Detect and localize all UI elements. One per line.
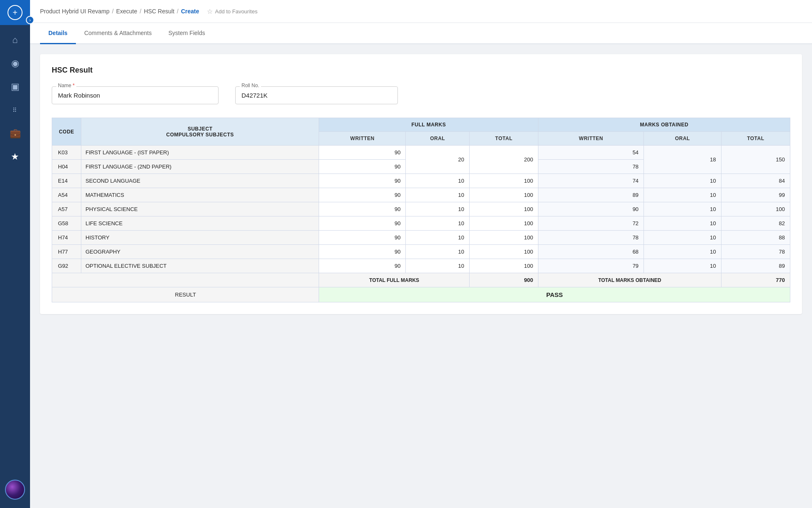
cell-code: G58	[52, 216, 81, 231]
sidebar-toggle[interactable]: ›	[26, 16, 34, 24]
sub-header-mo-total: TOTAL	[721, 132, 790, 146]
col-header-full-marks: FULL MARKS	[319, 118, 538, 132]
breadcrumb-sep-2: /	[140, 8, 141, 15]
name-field-group: Name * Mark Robinson	[52, 86, 219, 104]
cell-fm-total: 100	[469, 216, 538, 231]
cell-mo-oral: 10	[644, 259, 721, 273]
totals-row: TOTAL FULL MARKS 900 TOTAL MARKS OBTAINE…	[52, 273, 790, 287]
col-header-code: CODE	[52, 118, 81, 146]
cell-mo-written: 79	[538, 259, 644, 273]
cell-fm-oral: 10	[406, 216, 470, 231]
table-row: E14 SECOND LANGUAGE 90 10 100 74 10 84	[52, 174, 790, 188]
rollno-field-group: Roll No. D42721K	[235, 86, 398, 104]
cell-fm-total: 100	[469, 174, 538, 188]
sidebar: + › ⌂ ◉ ▣ ⠿ 💼 ★	[0, 0, 30, 508]
cell-mo-total: 82	[721, 216, 790, 231]
breadcrumb-item-1[interactable]: Product Hybrid UI Revamp	[40, 8, 110, 15]
cell-subject: GEOGRAPHY	[81, 245, 319, 259]
cell-mo-total: 84	[721, 174, 790, 188]
table-row: G92 OPTIONAL ELECTIVE SUBJECT 90 10 100 …	[52, 259, 790, 273]
star-icon: ☆	[207, 8, 213, 15]
cell-mo-oral: 10	[644, 174, 721, 188]
cell-code: H04	[52, 160, 81, 174]
main-card: HSC Result Name * Mark Robinson Roll No.…	[40, 54, 802, 314]
cell-mo-oral: 10	[644, 202, 721, 216]
tab-details[interactable]: Details	[40, 23, 76, 44]
sidebar-item-dashboard[interactable]: ◉	[0, 52, 30, 75]
monitor-icon: ▣	[11, 81, 20, 92]
col-header-subject: SUBJECT COMPULSORY SUBJECTS	[81, 118, 319, 146]
sidebar-item-briefcase[interactable]: 💼	[0, 122, 30, 145]
sidebar-item-grid[interactable]: ⠿	[0, 98, 30, 122]
cell-code: A57	[52, 202, 81, 216]
cell-mo-total: 78	[721, 245, 790, 259]
cell-mo-written: 72	[538, 216, 644, 231]
table-row: H74 HISTORY 90 10 100 78 10 88	[52, 231, 790, 245]
add-to-favourites-button[interactable]: ☆ Add to Favourites	[207, 8, 258, 15]
cell-fm-written: 90	[319, 160, 406, 174]
name-field[interactable]: Mark Robinson	[58, 90, 212, 101]
cell-fm-written: 90	[319, 146, 406, 160]
cell-code: H74	[52, 231, 81, 245]
cell-fm-total-merged: 200	[469, 146, 538, 174]
cell-mo-total: 100	[721, 202, 790, 216]
tab-bar: Details Comments & Attachments System Fi…	[30, 23, 812, 44]
cell-mo-written: 74	[538, 174, 644, 188]
cell-mo-written: 89	[538, 188, 644, 202]
table-row: K03 FIRST LANGUAGE - (IST PAPER) 90 20 2…	[52, 146, 790, 160]
total-full-marks-value: 900	[469, 273, 538, 287]
result-label: RESULT	[52, 287, 319, 302]
cell-fm-oral: 10	[406, 245, 470, 259]
section-title: HSC Result	[52, 66, 790, 75]
sidebar-item-monitor[interactable]: ▣	[0, 75, 30, 98]
form-fields: Name * Mark Robinson Roll No. D42721K	[52, 86, 790, 104]
cell-subject: FIRST LANGUAGE - (IST PAPER)	[81, 146, 319, 160]
tab-system-fields[interactable]: System Fields	[160, 23, 214, 44]
cell-fm-oral: 10	[406, 259, 470, 273]
cell-mo-oral: 10	[644, 231, 721, 245]
cell-code: E14	[52, 174, 81, 188]
avatar[interactable]	[5, 480, 25, 500]
result-row: RESULT PASS	[52, 287, 790, 302]
cell-mo-total-merged: 150	[721, 146, 790, 174]
cell-fm-total: 100	[469, 231, 538, 245]
cell-code: K03	[52, 146, 81, 160]
cell-fm-oral: 10	[406, 188, 470, 202]
name-required-indicator: *	[73, 83, 75, 88]
sub-header-mo-oral: ORAL	[644, 132, 721, 146]
cell-subject: LIFE SCIENCE	[81, 216, 319, 231]
table-row: G58 LIFE SCIENCE 90 10 100 72 10 82	[52, 216, 790, 231]
cell-subject: MATHEMATICS	[81, 188, 319, 202]
rollno-field[interactable]: D42721K	[241, 90, 392, 101]
rollno-label: Roll No.	[240, 83, 261, 88]
sub-header-mo-written: WRITTEN	[538, 132, 644, 146]
breadcrumb-sep-3: /	[177, 8, 178, 15]
content-area: HSC Result Name * Mark Robinson Roll No.…	[30, 44, 812, 508]
table-row: A54 MATHEMATICS 90 10 100 89 10 99	[52, 188, 790, 202]
total-full-marks-label: TOTAL FULL MARKS	[319, 273, 469, 287]
tab-comments[interactable]: Comments & Attachments	[76, 23, 160, 44]
sidebar-logo[interactable]: +	[0, 0, 30, 25]
header: Product Hybrid UI Revamp / Execute / HSC…	[30, 0, 812, 23]
sidebar-item-home[interactable]: ⌂	[0, 28, 30, 52]
cell-fm-oral: 10	[406, 202, 470, 216]
breadcrumb-current: Create	[181, 8, 199, 15]
cell-mo-oral: 10	[644, 188, 721, 202]
cell-fm-oral-merged: 20	[406, 146, 470, 174]
breadcrumb-item-3[interactable]: HSC Result	[144, 8, 174, 15]
breadcrumb-item-2[interactable]: Execute	[116, 8, 137, 15]
cell-fm-oral: 10	[406, 231, 470, 245]
table-row: A57 PHYSICAL SCIENCE 90 10 100 90 10 100	[52, 202, 790, 216]
cell-fm-oral: 10	[406, 174, 470, 188]
cell-mo-written: 68	[538, 245, 644, 259]
cell-mo-written: 90	[538, 202, 644, 216]
breadcrumb: Product Hybrid UI Revamp / Execute / HSC…	[40, 8, 199, 15]
col-header-marks-obtained: MARKS OBTAINED	[538, 118, 790, 132]
sidebar-item-favourites[interactable]: ★	[0, 145, 30, 168]
cell-mo-total: 88	[721, 231, 790, 245]
cell-mo-oral: 10	[644, 245, 721, 259]
cell-fm-total: 100	[469, 202, 538, 216]
result-value: PASS	[319, 287, 790, 302]
cell-mo-oral-merged: 18	[644, 146, 721, 174]
briefcase-icon: 💼	[10, 128, 21, 139]
